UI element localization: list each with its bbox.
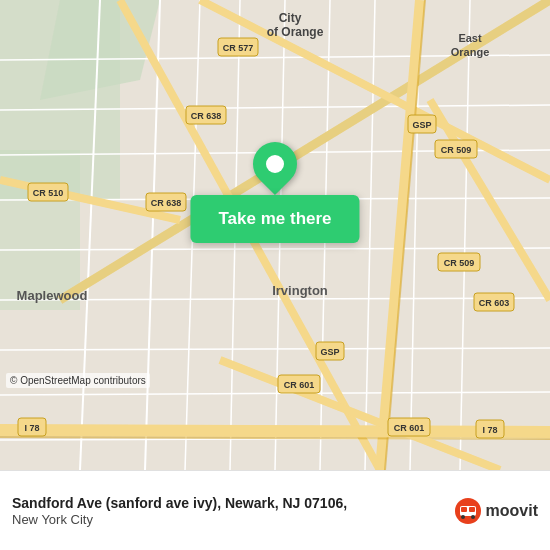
svg-text:CR 638: CR 638 (151, 198, 182, 208)
moovit-logo[interactable]: moovit (454, 497, 538, 525)
map-pin (253, 142, 297, 186)
svg-text:CR 509: CR 509 (441, 145, 472, 155)
map-container: CR 577 CR 638 CR 638 CR 510 GSP CR 509 C… (0, 0, 550, 470)
pin-marker (244, 133, 306, 195)
pin-dot (266, 155, 284, 173)
svg-text:CR 603: CR 603 (479, 298, 510, 308)
svg-text:GSP: GSP (320, 347, 339, 357)
address-line: Sandford Ave (sanford ave ivy), Newark, … (12, 494, 444, 512)
moovit-bus-icon (454, 497, 482, 525)
svg-text:Orange: Orange (451, 46, 490, 58)
moovit-logo-text: moovit (486, 502, 538, 520)
svg-rect-67 (461, 507, 467, 512)
osm-attribution: © OpenStreetMap contributors (6, 373, 150, 388)
svg-rect-2 (0, 150, 80, 310)
info-bar: Sandford Ave (sanford ave ivy), Newark, … (0, 470, 550, 550)
svg-text:I 78: I 78 (482, 425, 497, 435)
svg-text:CR 577: CR 577 (223, 43, 254, 53)
city-line: New York City (12, 512, 444, 527)
svg-text:GSP: GSP (412, 120, 431, 130)
svg-text:East: East (458, 32, 482, 44)
svg-text:of Orange: of Orange (267, 25, 324, 39)
svg-text:CR 638: CR 638 (191, 111, 222, 121)
svg-text:CR 601: CR 601 (394, 423, 425, 433)
svg-text:CR 509: CR 509 (444, 258, 475, 268)
svg-text:I 78: I 78 (24, 423, 39, 433)
svg-point-70 (471, 515, 475, 519)
svg-text:Irvington: Irvington (272, 283, 328, 298)
svg-text:CR 601: CR 601 (284, 380, 315, 390)
svg-text:Maplewood: Maplewood (17, 288, 88, 303)
svg-point-69 (461, 515, 465, 519)
info-text: Sandford Ave (sanford ave ivy), Newark, … (12, 494, 444, 527)
take-me-there-button[interactable]: Take me there (190, 195, 359, 243)
svg-rect-68 (469, 507, 475, 512)
svg-text:City: City (279, 11, 302, 25)
svg-line-28 (0, 430, 550, 432)
svg-text:CR 510: CR 510 (33, 188, 64, 198)
